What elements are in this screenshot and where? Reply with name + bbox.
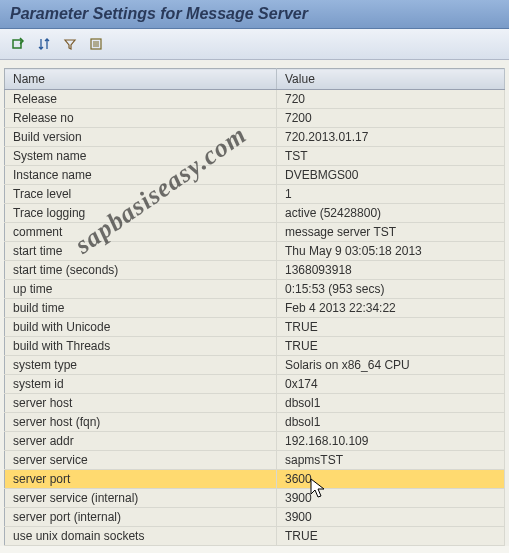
table-row[interactable]: server servicesapmsTST [5,451,505,470]
cell-name: server host [5,394,277,413]
cell-name: build time [5,299,277,318]
cell-name: server service [5,451,277,470]
cell-name: start time (seconds) [5,261,277,280]
table-row[interactable]: server hostdbsol1 [5,394,505,413]
svg-rect-0 [13,40,21,48]
cell-value: 720 [277,90,505,109]
cell-name: Instance name [5,166,277,185]
cell-value: 1 [277,185,505,204]
settings-icon[interactable] [86,35,106,53]
toolbar [0,29,509,60]
cell-value: 0x174 [277,375,505,394]
cell-value: Solaris on x86_64 CPU [277,356,505,375]
cell-name: Release no [5,109,277,128]
cell-value: Thu May 9 03:05:18 2013 [277,242,505,261]
cell-name: server port [5,470,277,489]
title-bar: Parameter Settings for Message Server [0,0,509,29]
cell-name: system type [5,356,277,375]
table-row[interactable]: Release no7200 [5,109,505,128]
cell-name: server host (fqn) [5,413,277,432]
cell-name: Build version [5,128,277,147]
table-row[interactable]: System nameTST [5,147,505,166]
col-header-name[interactable]: Name [5,69,277,90]
cell-name: Trace logging [5,204,277,223]
cell-name: Release [5,90,277,109]
cell-name: start time [5,242,277,261]
cell-name: system id [5,375,277,394]
cell-value: 192.168.10.109 [277,432,505,451]
table-area: Name Value Release720Release no7200Build… [0,60,509,546]
table-row[interactable]: Build version720.2013.01.17 [5,128,505,147]
table-row[interactable]: commentmessage server TST [5,223,505,242]
cell-value: 3900 [277,508,505,527]
table-row[interactable]: start timeThu May 9 03:05:18 2013 [5,242,505,261]
cell-value: 720.2013.01.17 [277,128,505,147]
col-header-value[interactable]: Value [277,69,505,90]
cell-value: 3600 [277,470,505,489]
cell-value: dbsol1 [277,413,505,432]
table-row[interactable]: server service (internal)3900 [5,489,505,508]
table-row[interactable]: server addr192.168.10.109 [5,432,505,451]
table-row[interactable]: server port (internal)3900 [5,508,505,527]
cell-name: build with Threads [5,337,277,356]
table-row[interactable]: Release720 [5,90,505,109]
parameter-table: Name Value Release720Release no7200Build… [4,68,505,546]
cell-name: use unix domain sockets [5,527,277,546]
table-row[interactable]: up time0:15:53 (953 secs) [5,280,505,299]
cell-value: 1368093918 [277,261,505,280]
table-row[interactable]: Instance nameDVEBMGS00 [5,166,505,185]
table-row[interactable]: build with UnicodeTRUE [5,318,505,337]
cell-name: server service (internal) [5,489,277,508]
cell-value: TST [277,147,505,166]
table-row[interactable]: server host (fqn)dbsol1 [5,413,505,432]
cell-name: build with Unicode [5,318,277,337]
sort-icon[interactable] [34,35,54,53]
cell-value: active (52428800) [277,204,505,223]
cell-value: TRUE [277,318,505,337]
cell-value: 7200 [277,109,505,128]
cell-name: Trace level [5,185,277,204]
cell-name: up time [5,280,277,299]
cell-value: 0:15:53 (953 secs) [277,280,505,299]
cell-value: sapmsTST [277,451,505,470]
cell-name: server port (internal) [5,508,277,527]
table-row[interactable]: server port3600 [5,470,505,489]
cell-value: message server TST [277,223,505,242]
cell-name: server addr [5,432,277,451]
table-row[interactable]: start time (seconds)1368093918 [5,261,505,280]
table-row[interactable]: build timeFeb 4 2013 22:34:22 [5,299,505,318]
cell-value: Feb 4 2013 22:34:22 [277,299,505,318]
filter-icon[interactable] [60,35,80,53]
cell-value: 3900 [277,489,505,508]
cell-value: DVEBMGS00 [277,166,505,185]
table-row[interactable]: build with ThreadsTRUE [5,337,505,356]
page-title: Parameter Settings for Message Server [0,1,509,27]
table-row[interactable]: use unix domain socketsTRUE [5,527,505,546]
cell-name: System name [5,147,277,166]
cell-value: TRUE [277,337,505,356]
cell-value: TRUE [277,527,505,546]
table-row[interactable]: system id0x174 [5,375,505,394]
cell-name: comment [5,223,277,242]
table-row[interactable]: Trace level1 [5,185,505,204]
table-row[interactable]: Trace loggingactive (52428800) [5,204,505,223]
cell-value: dbsol1 [277,394,505,413]
table-row[interactable]: system typeSolaris on x86_64 CPU [5,356,505,375]
refresh-icon[interactable] [8,35,28,53]
